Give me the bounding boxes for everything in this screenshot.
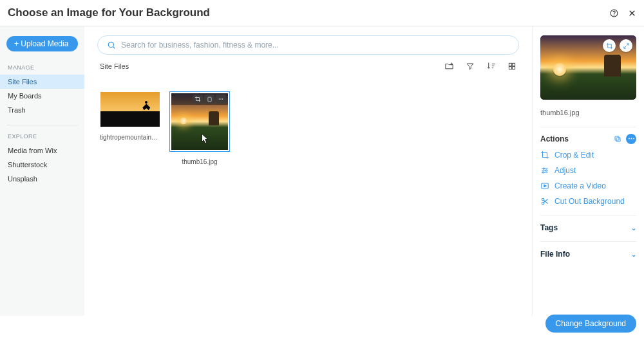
sidebar-divider <box>6 125 78 125</box>
close-icon[interactable] <box>627 8 636 17</box>
svg-point-13 <box>543 168 544 169</box>
svg-point-1 <box>614 15 614 15</box>
more-actions-icon[interactable]: ⋯ <box>626 134 636 144</box>
action-label: Crop & Edit <box>554 151 594 160</box>
thumb-more-icon[interactable] <box>216 95 226 104</box>
svg-rect-5 <box>509 66 511 69</box>
file-thumbnail <box>100 92 160 127</box>
toolbar <box>444 61 516 71</box>
thumb-crop-icon[interactable] <box>193 95 203 104</box>
dialog-header: Choose an Image for Your Background <box>0 0 644 26</box>
file-info-section[interactable]: File Info ⌄ <box>540 241 636 259</box>
action-label: Cut Out Background <box>554 197 625 206</box>
change-background-button[interactable]: Change Background <box>545 315 636 333</box>
file-info-heading: File Info <box>540 250 570 259</box>
svg-rect-11 <box>616 138 620 142</box>
svg-rect-3 <box>509 63 511 66</box>
help-icon[interactable] <box>609 8 618 17</box>
svg-point-14 <box>545 170 547 171</box>
action-cut-out-background[interactable]: Cut Out Background <box>540 197 636 206</box>
svg-point-9 <box>220 98 222 100</box>
upload-media-label: + Upload Media <box>14 39 68 48</box>
tags-heading: Tags <box>540 223 558 232</box>
sidebar-item-trash[interactable]: Trash <box>0 103 84 117</box>
svg-point-15 <box>542 172 544 173</box>
sidebar-item-my-boards[interactable]: My Boards <box>0 89 84 103</box>
preview-expand-button[interactable] <box>620 39 632 52</box>
svg-point-10 <box>222 98 223 100</box>
search-input[interactable] <box>120 40 509 50</box>
svg-rect-7 <box>207 97 211 102</box>
grid-view-icon[interactable] <box>507 61 516 71</box>
svg-rect-4 <box>513 63 515 66</box>
copy-icon[interactable] <box>613 134 622 143</box>
file-item[interactable]: tightropemountains.jpg <box>100 91 160 165</box>
svg-point-8 <box>219 98 220 100</box>
svg-point-2 <box>108 42 113 47</box>
preview-crop-button[interactable] <box>603 39 616 52</box>
file-name-label: thumb16.jpg <box>169 158 230 165</box>
sidebar-item-shutterstock[interactable]: Shutterstock <box>0 158 84 172</box>
file-gallery: tightropemountains.jpg thumb16.jpg <box>97 91 519 165</box>
chevron-down-icon: ⌄ <box>631 224 636 232</box>
action-label: Create a Video <box>554 181 606 190</box>
search-bar[interactable] <box>97 35 519 55</box>
action-adjust[interactable]: Adjust <box>540 166 636 175</box>
preview-image <box>540 35 636 100</box>
selected-filename: thumb16.jpg <box>540 109 636 116</box>
dialog-title: Choose an Image for Your Background <box>8 6 210 19</box>
main-area: Site Files tightropemountains.jpg <box>84 26 533 316</box>
thumb-preview-icon[interactable] <box>204 95 214 104</box>
file-thumbnail <box>171 93 228 150</box>
search-icon <box>107 41 116 50</box>
sidebar-section-manage: MANAGE <box>0 64 84 75</box>
sidebar-section-explore: EXPLORE <box>0 133 84 143</box>
sidebar-item-unsplash[interactable]: Unsplash <box>0 172 84 186</box>
sort-icon[interactable] <box>486 61 496 71</box>
svg-rect-6 <box>513 66 515 69</box>
action-label: Adjust <box>554 166 576 175</box>
details-panel: thumb16.jpg Actions ⋯ Crop & Edit Adjust… <box>533 26 644 316</box>
new-folder-icon[interactable] <box>444 61 454 71</box>
breadcrumb: Site Files <box>100 62 129 70</box>
action-crop-edit[interactable]: Crop & Edit <box>540 151 636 160</box>
upload-media-button[interactable]: + Upload Media <box>6 36 78 51</box>
file-item[interactable]: thumb16.jpg <box>169 91 230 165</box>
actions-heading: Actions <box>540 134 569 143</box>
file-name-label: tightropemountains.jpg <box>100 134 160 141</box>
svg-rect-12 <box>615 136 619 140</box>
change-background-label: Change Background <box>556 319 626 328</box>
sidebar-item-media-from-wix[interactable]: Media from Wix <box>0 143 84 158</box>
sidebar-item-site-files[interactable]: Site Files <box>0 75 84 89</box>
sidebar: + Upload Media MANAGE Site Files My Boar… <box>0 26 84 316</box>
chevron-down-icon: ⌄ <box>631 251 636 258</box>
action-create-video[interactable]: Create a Video <box>540 181 636 190</box>
filter-icon[interactable] <box>466 61 475 71</box>
tags-section[interactable]: Tags ⌄ <box>540 215 636 232</box>
